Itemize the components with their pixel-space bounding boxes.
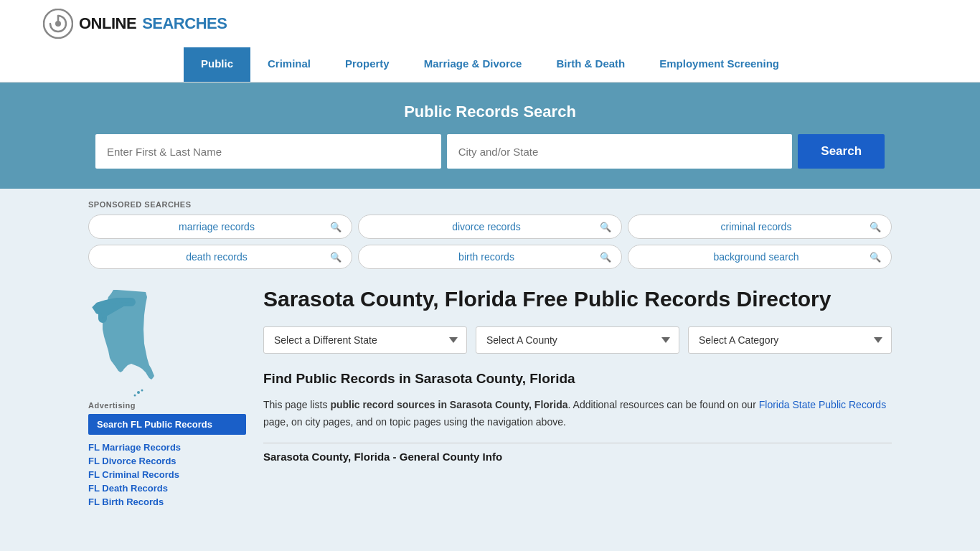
sidebar-link-marriage[interactable]: FL Marriage Records (88, 442, 246, 453)
logo-searches: SEARCHES (142, 14, 227, 33)
list-item[interactable]: birth records 🔍 (358, 245, 622, 269)
search-icon: 🔍 (870, 222, 881, 232)
find-records-text: This page lists public record sources in… (263, 397, 892, 431)
sponsored-death-records: death records (103, 251, 330, 263)
content-area: Advertising Search FL Public Records FL … (88, 286, 892, 510)
search-row: Search (95, 134, 885, 169)
list-item[interactable]: background search 🔍 (628, 245, 892, 269)
florida-map (88, 286, 182, 401)
nav-item-employment[interactable]: Employment Screening (642, 47, 796, 82)
list-item[interactable]: criminal records 🔍 (628, 215, 892, 239)
sponsored-grid: marriage records 🔍 divorce records 🔍 cri… (88, 215, 892, 269)
page-title: Sarasota County, Florida Free Public Rec… (263, 286, 892, 312)
sponsored-section: SPONSORED SEARCHES marriage records 🔍 di… (88, 200, 892, 269)
sponsored-birth-records: birth records (373, 251, 600, 263)
category-dropdown[interactable]: Select A Category (688, 326, 892, 354)
sidebar-link-death[interactable]: FL Death Records (88, 483, 246, 494)
search-icon: 🔍 (600, 252, 611, 263)
list-item[interactable]: death records 🔍 (88, 245, 352, 269)
main-nav: Public Criminal Property Marriage & Divo… (0, 47, 980, 83)
advertising-label: Advertising (88, 401, 246, 410)
main-panel: Sarasota County, Florida Free Public Rec… (263, 286, 892, 510)
state-dropdown[interactable]: Select a Different State (263, 326, 467, 354)
nav-item-birth-death[interactable]: Birth & Death (539, 47, 642, 82)
search-icon: 🔍 (870, 252, 881, 263)
find-records-title: Find Public Records in Sarasota County, … (263, 371, 892, 387)
search-banner-title: Public Records Search (43, 103, 937, 121)
nav-item-public[interactable]: Public (184, 47, 250, 82)
sidebar: Advertising Search FL Public Records FL … (88, 286, 246, 510)
county-info-header: Sarasota County, Florida - General Count… (263, 443, 892, 463)
find-records-section: Find Public Records in Sarasota County, … (263, 371, 892, 463)
nav-item-criminal[interactable]: Criminal (250, 47, 328, 82)
find-records-text-1: This page lists (263, 399, 330, 410)
logo-online: ONLINE (79, 14, 136, 33)
search-location-input[interactable] (447, 134, 793, 169)
search-name-input[interactable] (95, 134, 441, 169)
search-fl-button[interactable]: Search FL Public Records (88, 414, 246, 435)
county-dropdown[interactable]: Select A County (476, 326, 679, 354)
search-icon: 🔍 (330, 222, 341, 232)
svg-point-3 (137, 391, 140, 394)
nav-item-property[interactable]: Property (328, 47, 407, 82)
dropdowns-row: Select a Different State Select A County… (263, 326, 892, 354)
logo[interactable]: ONLINESEARCHES (43, 9, 227, 39)
main-content: SPONSORED SEARCHES marriage records 🔍 di… (45, 189, 935, 522)
sidebar-link-divorce[interactable]: FL Divorce Records (88, 456, 246, 466)
florida-state-records-link[interactable]: Florida State Public Records (759, 399, 886, 410)
nav-item-marriage-divorce[interactable]: Marriage & Divorce (407, 47, 540, 82)
find-records-text-3: page, on city pages, and on topic pages … (263, 416, 566, 428)
sponsored-background-search: background search (643, 251, 870, 263)
sponsored-label: SPONSORED SEARCHES (88, 200, 892, 209)
sponsored-criminal-records: criminal records (643, 221, 870, 232)
svg-point-4 (134, 395, 136, 397)
search-icon: 🔍 (330, 252, 341, 263)
sponsored-divorce-records: divorce records (373, 221, 600, 232)
list-item[interactable]: marriage records 🔍 (88, 215, 352, 239)
sidebar-link-birth[interactable]: FL Birth Records (88, 496, 246, 507)
list-item[interactable]: divorce records 🔍 (358, 215, 622, 239)
sidebar-link-criminal[interactable]: FL Criminal Records (88, 469, 246, 480)
search-button[interactable]: Search (798, 134, 885, 169)
find-records-bold: public record sources in Sarasota County… (330, 399, 567, 410)
search-banner: Public Records Search Search (0, 83, 980, 189)
find-records-text-2: . Additional resources can be found on o… (568, 399, 759, 410)
header: ONLINESEARCHES (0, 0, 980, 47)
sponsored-marriage-records: marriage records (103, 221, 330, 232)
logo-icon (43, 9, 73, 39)
svg-point-5 (141, 390, 143, 392)
search-icon: 🔍 (600, 222, 611, 232)
